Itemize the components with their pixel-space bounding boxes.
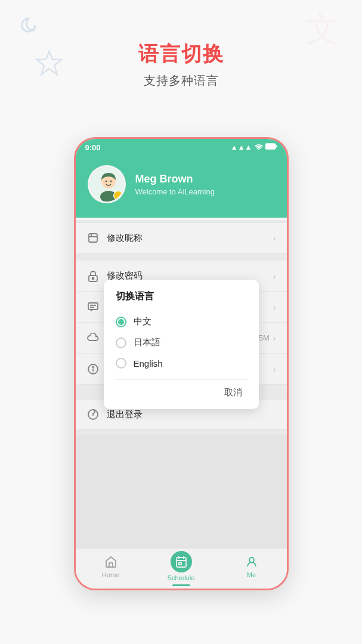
svg-rect-2 — [265, 144, 276, 149]
radio-english — [116, 358, 126, 369]
dialog-title: 切换语言 — [116, 290, 247, 303]
page-header: 语言切换 支持多种语言 — [0, 0, 362, 95]
radio-chinese — [116, 317, 126, 327]
status-icons: ▲▲▲ — [231, 143, 277, 152]
profile-name: Meg Brown — [135, 173, 215, 185]
battery-icon — [265, 143, 277, 151]
radio-label-english: English — [134, 358, 163, 369]
status-bar: 9:00 ▲▲▲ — [76, 139, 287, 156]
option-japanese[interactable]: 日本語 — [116, 332, 247, 353]
page-title: 语言切换 — [0, 41, 362, 68]
language-dialog: 切换语言 中文 日本語 English 取消 — [104, 280, 259, 409]
profile-subtitle: Welcome to AiLearning — [135, 187, 215, 196]
page-subtitle: 支持多种语言 — [0, 73, 362, 89]
avatar — [88, 165, 126, 203]
phone-mockup: 9:00 ▲▲▲ — [74, 137, 289, 590]
avatar-badge — [113, 191, 123, 200]
status-time: 9:00 — [85, 143, 101, 152]
svg-point-8 — [110, 181, 112, 182]
svg-point-7 — [105, 181, 107, 182]
radio-label-chinese: 中文 — [134, 316, 151, 327]
radio-inner-chinese — [118, 319, 124, 325]
profile-header: Meg Brown Welcome to AiLearning — [76, 156, 287, 218]
option-english[interactable]: English — [116, 353, 247, 373]
svg-rect-3 — [276, 145, 277, 148]
option-chinese[interactable]: 中文 — [116, 311, 247, 332]
radio-japanese — [116, 338, 126, 348]
signal-icon: ▲▲▲ — [231, 143, 252, 151]
wifi-icon — [255, 143, 263, 152]
dialog-actions: 取消 — [116, 379, 247, 401]
radio-label-japanese: 日本語 — [134, 337, 160, 348]
dialog-overlay: 切换语言 中文 日本語 English 取消 — [76, 220, 287, 589]
profile-info: Meg Brown Welcome to AiLearning — [135, 173, 215, 196]
dialog-cancel-button[interactable]: 取消 — [219, 385, 247, 401]
